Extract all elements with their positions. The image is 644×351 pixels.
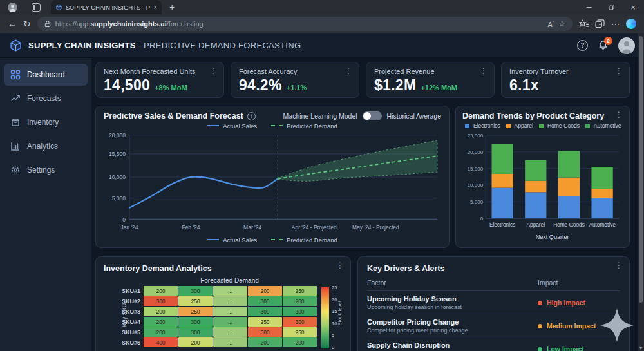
address-bar[interactable]: https://app.supplychaininsights.ai/forec… [37,17,573,31]
kpi-value: $1.2M [374,77,416,94]
heatmap-row-label: SKU#2 [114,298,144,305]
window-close-button[interactable]: × [622,0,644,14]
tab-actions-icon[interactable] [32,3,41,12]
scrollbar-down-arrow-icon[interactable]: ▼ [638,346,644,350]
sidebar-item-forecasts[interactable]: Forecasts [4,88,88,109]
back-icon[interactable]: ← [8,19,17,28]
legend-item[interactable]: Electronics [465,122,500,129]
drivers-panel-title: Key Drivers & Alerts [367,264,444,273]
toggle-left-label: Machine Learning Model [283,112,357,120]
kpi-title: Inventory Turnover [509,68,621,75]
svg-text:Electronics: Electronics [489,222,515,228]
heatmap-scale-label: Stock level [337,290,343,337]
impact-dot-icon [538,347,542,351]
kebab-menu-icon[interactable]: ⋮ [480,67,488,75]
heatmap-cell: 250 [248,317,282,327]
legend-swatch [207,239,219,240]
copilot-icon[interactable] [626,19,636,29]
legend-item[interactable]: Predicted Demand [271,236,337,243]
impact-label: High Impact [547,299,585,307]
window-minimize-button[interactable]: ─ [578,0,600,14]
model-toggle[interactable] [363,111,382,120]
tab-close-icon[interactable]: × [153,4,157,11]
user-avatar[interactable] [618,37,635,54]
heatmap-cell: 300 [248,296,282,306]
kebab-menu-icon[interactable]: ⋮ [615,261,623,269]
kebab-menu-icon[interactable]: ⋮ [345,67,352,75]
dashboard-grid-icon [10,70,21,80]
sidebar-item-analytics[interactable]: Analytics [4,135,88,157]
refresh-icon[interactable]: ↻ [23,19,31,28]
page-scrollbar[interactable]: ▼ [638,33,644,351]
heatmap-cell: ... [213,337,247,347]
kpi-delta: +8% MoM [155,84,187,91]
kebab-menu-icon[interactable]: ⋮ [615,111,623,119]
heatmap-cell: 300 [283,307,317,316]
sidebar-item-label: Settings [27,166,55,175]
kpi-title: Next Month Forecasted Units [104,68,216,75]
svg-text:Jan '24: Jan '24 [120,224,138,231]
info-icon[interactable]: i [247,112,256,120]
legend-item[interactable]: Apparel [506,122,533,129]
svg-text:Apr '24 - Projected: Apr '24 - Projected [292,224,337,231]
heatmap-cell: 200 [248,337,282,347]
favorite-star-icon[interactable]: ☆ [558,19,565,28]
window-restore-button[interactable] [600,0,622,14]
heatmap-cell: 200 [144,286,178,296]
heatmap-row-axis-label: Key SKU [121,284,128,346]
heatmap-panel: Inventory Demand Analytics ⋮ Forecasted … [95,256,351,351]
sidebar-item-settings[interactable]: Settings [4,159,88,181]
heatmap-cell: 300 [248,327,282,337]
legend-item[interactable]: Actual Sales [207,122,257,129]
kpi-card: ⋮Projected Revenue$1.2M+12% MoM [366,62,495,98]
driver-row[interactable]: Upcoming Holiday SeasonUpcoming holiday … [367,291,620,314]
legend-item[interactable]: Automotive [585,122,621,129]
legend-swatch [539,124,544,128]
heatmap-cell: 200 [248,286,282,296]
settings-more-icon[interactable]: ⋯ [611,20,620,28]
help-icon[interactable]: ? [577,40,588,51]
trend-line-icon [10,93,21,104]
kpi-value: 94.2% [239,77,282,94]
lock-icon [44,20,51,28]
legend-item[interactable]: Home Goods [539,122,580,129]
kebab-menu-icon[interactable]: ⋮ [336,261,344,269]
tab-title: SUPPLY CHAIN INSIGHTS - PRED [66,4,150,11]
heatmap-cell: 300 [178,286,213,296]
legend-swatch [585,124,590,128]
driver-row[interactable]: Competitor Pricing ChangeCompetitor pric… [367,314,620,337]
heatmap-cell: 400 [144,337,178,347]
read-aloud-icon[interactable]: A″ [547,20,554,28]
heatmap-cell: 300 [144,296,178,306]
legend-item[interactable]: Predicted Demand [271,122,337,129]
kpi-card: ⋮Forecast Accuracy94.2%+1.1% [231,62,359,98]
new-tab-button[interactable]: + [169,3,175,12]
impact-dot-icon [538,301,542,305]
legend-item[interactable]: Actual Sales [207,236,257,243]
svg-text:5,000: 5,000 [112,195,126,202]
driver-row[interactable]: Supply Chain DisruptionSupply chain disr… [367,337,620,351]
browser-tab[interactable]: SUPPLY CHAIN INSIGHTS - PRED × [51,0,162,14]
heatmap-cell: 200 [144,317,178,327]
collections-icon[interactable] [595,19,605,28]
favorites-bar-icon[interactable] [579,19,589,28]
heatmap-row: SKU#4200300...250300 [114,317,343,327]
svg-text:May '24 - Projected: May '24 - Projected [352,224,399,231]
sidebar-item-inventory[interactable]: Inventory [4,111,88,133]
scrollbar-thumb[interactable] [639,36,643,303]
legend-swatch [271,125,283,126]
page-title-subtitle: - PREDICTIVE DEMAND FORECASTING [136,41,301,50]
category-chart: 05,00010,00015,00020,00025,000Electronic… [462,130,623,245]
svg-text:10,000: 10,000 [468,182,484,188]
svg-text:Home Goods: Home Goods [553,222,585,228]
heatmap-row-label: SKU#5 [114,329,144,336]
svg-text:10,000: 10,000 [109,174,126,180]
notifications-button[interactable]: 2 [598,40,609,51]
sidebar-item-dashboard[interactable]: Dashboard [4,64,88,86]
kebab-menu-icon[interactable]: ⋮ [615,67,623,75]
page-title-brand: SUPPLY CHAIN INSIGHTS [28,41,136,50]
heatmap-row-label: SKU#6 [114,339,144,346]
browser-profile-avatar-icon[interactable] [8,3,17,12]
legend-label: Actual Sales [223,122,257,129]
kebab-menu-icon[interactable]: ⋮ [209,67,217,75]
